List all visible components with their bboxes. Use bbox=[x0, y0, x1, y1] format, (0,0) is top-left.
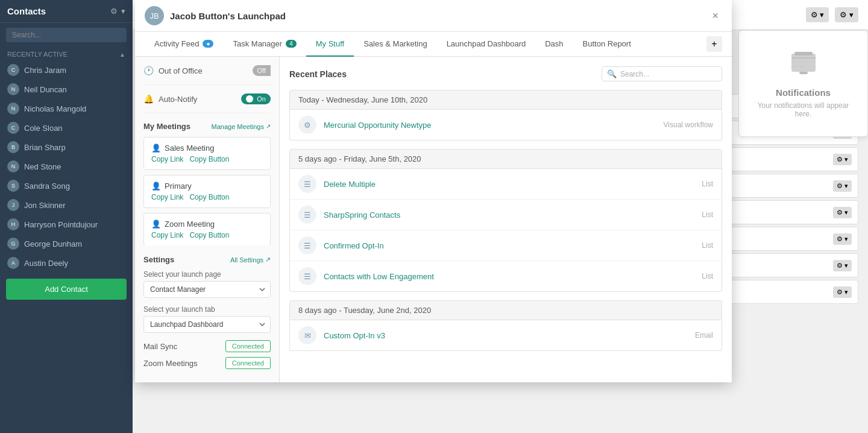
main-gear-button[interactable]: ⚙ ▾ bbox=[806, 7, 829, 22]
sidebar-contact-item[interactable]: NNeil Duncan bbox=[0, 80, 133, 99]
date-section: 8 days ago - Tuesday, June 2nd, 2020 ✉ C… bbox=[289, 300, 722, 351]
manage-meetings-link[interactable]: Manage Meetings ↗ bbox=[212, 123, 271, 130]
out-of-office-label: Out of Office bbox=[159, 66, 203, 75]
row-action-button[interactable]: ⚙ ▾ bbox=[833, 260, 852, 271]
sidebar-contact-item[interactable]: CCole Sloan bbox=[0, 118, 133, 137]
date-header: 8 days ago - Tuesday, June 2nd, 2020 bbox=[289, 300, 722, 320]
row-action-button[interactable]: ⚙ ▾ bbox=[833, 286, 852, 298]
meeting-cards: 👤 Sales Meeting Copy Link Copy Button 👤 … bbox=[143, 137, 271, 245]
copy-link-button[interactable]: Copy Link bbox=[151, 231, 183, 239]
item-name[interactable]: Confirmed Opt-In bbox=[324, 241, 694, 250]
sidebar-contact-item[interactable]: AAustin Deely bbox=[0, 253, 133, 273]
item-icon: ☰ bbox=[298, 206, 316, 224]
launch-page-select[interactable]: Contact Manager bbox=[143, 281, 271, 298]
tab-sales-marketing[interactable]: Sales & Marketing bbox=[354, 32, 437, 57]
item-name[interactable]: Mercurial Opportunity Newtype bbox=[324, 121, 656, 130]
toggle-circle bbox=[246, 95, 253, 103]
item-type: Visual workflow bbox=[664, 121, 713, 129]
activity-feed-dot: ● bbox=[203, 40, 213, 48]
person-icon: 👤 bbox=[151, 220, 161, 229]
meeting-name: Sales Meeting bbox=[165, 144, 214, 153]
meeting-card: 👤 Primary Copy Link Copy Button bbox=[143, 175, 271, 208]
row-action-button[interactable]: ⚙ ▾ bbox=[833, 233, 852, 245]
item-name[interactable]: SharpSpring Contacts bbox=[324, 210, 694, 220]
copy-button-button[interactable]: Copy Button bbox=[189, 155, 229, 163]
tab-dash[interactable]: Dash bbox=[535, 32, 573, 57]
zoom-meetings-row: Zoom Meetings Connected bbox=[143, 357, 271, 369]
tab-task-manager[interactable]: Task Manager 4 bbox=[223, 32, 306, 57]
copy-link-button[interactable]: Copy Link bbox=[151, 193, 183, 201]
tab-button-report[interactable]: Button Report bbox=[573, 32, 641, 57]
mail-sync-label: Mail Sync bbox=[143, 342, 177, 351]
right-search-input[interactable] bbox=[620, 70, 717, 78]
sidebar-contact-item[interactable]: CChris Jaram bbox=[0, 60, 133, 80]
sidebar-contact-item[interactable]: GGeorge Dunham bbox=[0, 234, 133, 253]
copy-button-button[interactable]: Copy Button bbox=[189, 193, 229, 201]
row-action-button[interactable]: ⚙ ▾ bbox=[833, 207, 852, 218]
tab-activity-feed[interactable]: Activity Feed ● bbox=[145, 32, 223, 57]
zoom-meetings-label: Zoom Meetings bbox=[143, 359, 198, 368]
date-header: 5 days ago - Friday, June 5th, 2020 bbox=[289, 149, 722, 169]
settings-header: Settings All Settings ↗ bbox=[143, 255, 271, 264]
recent-places-title: Recent Places bbox=[289, 69, 347, 79]
out-of-office-row: 🕐 Out of Office Off bbox=[143, 65, 271, 85]
tabs-bar: Activity Feed ● Task Manager 4 My Stuff … bbox=[135, 32, 732, 57]
person-icon: 👤 bbox=[151, 144, 161, 153]
sidebar-contact-item[interactable]: HHarryson Pointdujour bbox=[0, 215, 133, 234]
my-meetings-header: My Meetings Manage Meetings ↗ bbox=[143, 122, 271, 131]
row-action-button[interactable]: ⚙ ▾ bbox=[833, 180, 852, 192]
chevron-up-icon[interactable]: ▲ bbox=[119, 51, 125, 58]
copy-link-button[interactable]: Copy Link bbox=[151, 155, 183, 163]
sidebar-contact-item[interactable]: JJon Skinner bbox=[0, 195, 133, 215]
auto-notify-toggle[interactable]: On bbox=[241, 93, 271, 104]
meeting-name: Primary bbox=[165, 182, 192, 191]
meeting-card: 👤 Sales Meeting Copy Link Copy Button bbox=[143, 137, 271, 170]
close-button[interactable]: × bbox=[708, 8, 722, 24]
row-action-button[interactable]: ⚙ ▾ bbox=[833, 154, 852, 165]
main-action-button[interactable]: ⚙ ▾ bbox=[835, 7, 858, 22]
all-settings-link[interactable]: All Settings ↗ bbox=[230, 256, 271, 264]
item-name[interactable]: Custom Opt-In v3 bbox=[324, 331, 688, 340]
out-of-office-toggle[interactable]: Off bbox=[253, 65, 271, 76]
tab-add-button[interactable]: + bbox=[706, 36, 722, 52]
avatar: J bbox=[7, 199, 19, 211]
tab-launchpad-dashboard[interactable]: Launchpad Dashboard bbox=[437, 32, 536, 57]
svg-rect-1 bbox=[794, 52, 813, 55]
item-name[interactable]: Contacts with Low Engagement bbox=[324, 272, 694, 281]
add-contact-button[interactable]: Add Contact bbox=[6, 279, 127, 300]
chevron-down-icon[interactable]: ▾ bbox=[121, 7, 125, 16]
task-manager-badge: 4 bbox=[286, 40, 297, 48]
modal-header: JB Jacob Button's Launchpad × bbox=[135, 0, 732, 32]
external-link-icon-2: ↗ bbox=[265, 256, 271, 264]
sidebar-contact-item[interactable]: BBrian Sharp bbox=[0, 137, 133, 157]
tab-my-stuff[interactable]: My Stuff bbox=[306, 32, 354, 57]
avatar: H bbox=[7, 218, 19, 230]
list-item: ☰ Contacts with Low Engagement List bbox=[290, 261, 722, 291]
gear-icon[interactable]: ⚙ bbox=[110, 7, 118, 16]
copy-button-button[interactable]: Copy Button bbox=[189, 231, 229, 239]
avatar: JB bbox=[145, 6, 164, 25]
item-icon: ⚙ bbox=[298, 116, 316, 134]
auto-notify-row: 🔔 Auto-Notify On bbox=[143, 93, 271, 113]
search-input[interactable] bbox=[6, 28, 127, 42]
list-item: ⚙ Mercurial Opportunity Newtype Visual w… bbox=[290, 110, 722, 140]
sidebar-contact-item[interactable]: NNicholas Mangold bbox=[0, 99, 133, 118]
bell-icon: 🔔 bbox=[143, 94, 154, 104]
meeting-name: Zoom Meeting bbox=[165, 220, 215, 229]
avatar: A bbox=[7, 257, 19, 269]
external-link-icon: ↗ bbox=[266, 123, 271, 130]
settings-title: Settings bbox=[143, 255, 174, 264]
left-panel: 🕐 Out of Office Off 🔔 Auto-Notify On bbox=[135, 57, 280, 382]
sidebar-contact-item[interactable]: SSandra Song bbox=[0, 176, 133, 195]
date-items: ✉ Custom Opt-In v3 Email bbox=[289, 320, 722, 351]
launch-tab-select[interactable]: Launchpad Dashboard bbox=[143, 316, 271, 333]
right-panel: Recent Places 🔍 Today - Wednesday, June … bbox=[280, 57, 732, 382]
sidebar-search-container bbox=[0, 23, 133, 47]
right-panel-header: Recent Places 🔍 bbox=[289, 66, 722, 81]
item-name[interactable]: Delete Multiple bbox=[324, 180, 694, 189]
item-icon: ☰ bbox=[298, 267, 316, 285]
meeting-card: 👤 Zoom Meeting Copy Link Copy Button bbox=[143, 213, 271, 245]
date-section: Today - Wednesday, June 10th, 2020 ⚙ Mer… bbox=[289, 90, 722, 141]
item-type: List bbox=[702, 210, 713, 219]
sidebar-contact-item[interactable]: NNed Stone bbox=[0, 157, 133, 176]
